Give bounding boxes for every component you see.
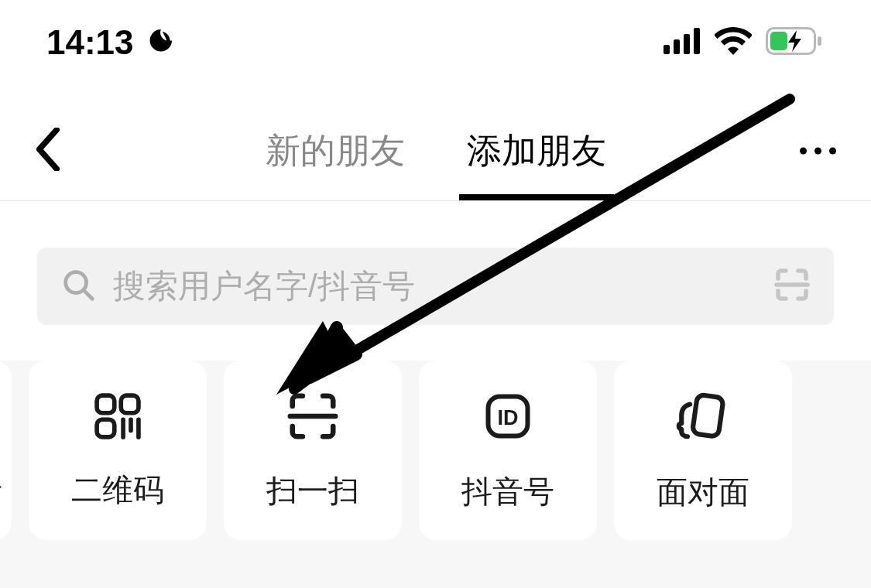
card-qr-code[interactable]: 二维码 xyxy=(29,361,207,540)
svg-rect-5 xyxy=(770,32,787,50)
svg-rect-13 xyxy=(121,395,139,413)
search-icon xyxy=(60,267,96,306)
svg-rect-14 xyxy=(97,419,115,437)
svg-rect-6 xyxy=(818,36,821,46)
header-tabs: 新的朋友 添加朋友 xyxy=(35,101,836,200)
chevron-left-icon xyxy=(35,128,61,174)
wifi-icon xyxy=(715,27,752,58)
tab-label: 添加朋友 xyxy=(467,128,606,174)
tab-new-friends[interactable]: 新的朋友 xyxy=(266,101,405,200)
action-cards-row: 通讯录 二维码 扫一扫 xyxy=(0,361,871,540)
svg-rect-3 xyxy=(694,28,700,54)
cellular-signal-icon xyxy=(664,28,701,57)
tab-label: 新的朋友 xyxy=(266,128,405,174)
back-button[interactable] xyxy=(35,128,61,174)
svg-rect-2 xyxy=(684,34,690,54)
qr-code-icon xyxy=(91,390,144,446)
search-section: 搜索用户名字/抖音号 xyxy=(0,201,871,361)
card-contacts[interactable]: 通讯录 xyxy=(0,361,12,540)
card-douyin-id[interactable]: ID 抖音号 xyxy=(419,361,597,540)
more-icon xyxy=(800,147,807,154)
do-not-disturb-icon xyxy=(146,26,175,59)
status-right xyxy=(664,27,825,58)
face-to-face-icon xyxy=(674,388,732,448)
svg-rect-1 xyxy=(674,39,680,54)
app-header: 新的朋友 添加朋友 xyxy=(0,101,871,201)
card-face-to-face[interactable]: 面对面 xyxy=(614,361,792,540)
more-button[interactable] xyxy=(800,147,836,154)
card-label: 扫一扫 xyxy=(266,470,359,512)
card-label: 抖音号 xyxy=(461,470,554,513)
svg-line-8 xyxy=(84,291,93,299)
svg-text:ID: ID xyxy=(498,405,519,429)
svg-rect-0 xyxy=(664,45,670,54)
svg-rect-21 xyxy=(692,394,724,436)
more-icon xyxy=(814,147,821,154)
svg-rect-12 xyxy=(97,395,115,413)
battery-icon xyxy=(766,27,825,58)
search-placeholder: 搜索用户名字/抖音号 xyxy=(113,265,773,308)
id-icon: ID xyxy=(480,388,536,447)
card-label: 面对面 xyxy=(657,471,749,514)
status-left: 14:13 xyxy=(46,23,175,62)
search-input[interactable]: 搜索用户名字/抖音号 xyxy=(37,248,834,325)
scan-icon[interactable] xyxy=(773,266,811,306)
status-time: 14:13 xyxy=(46,23,134,62)
tab-add-friends[interactable]: 添加朋友 xyxy=(467,101,606,200)
card-scan[interactable]: 扫一扫 xyxy=(224,361,402,540)
status-bar: 14:13 xyxy=(0,0,871,101)
contacts-icon xyxy=(0,390,2,446)
card-label: 通讯录 xyxy=(0,469,2,511)
more-icon xyxy=(829,147,836,154)
card-label: 二维码 xyxy=(71,469,164,511)
scan-icon xyxy=(286,389,340,446)
